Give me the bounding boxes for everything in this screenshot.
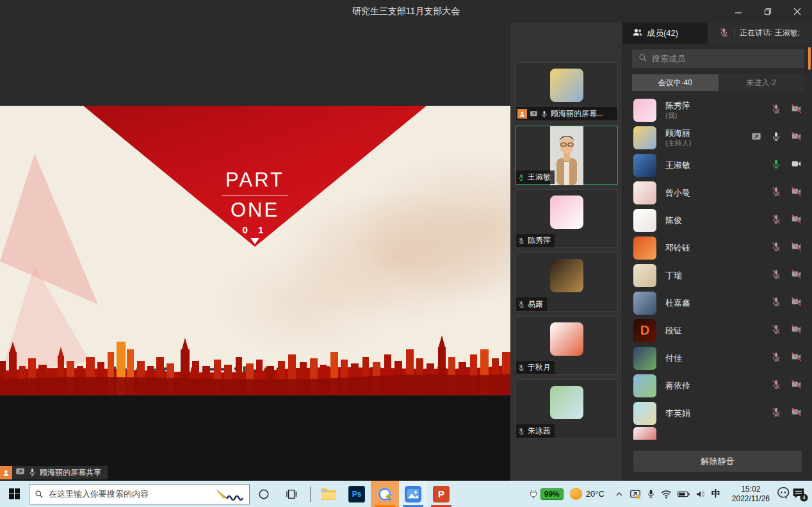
member-camera-status[interactable]	[791, 406, 802, 420]
member-sharing-icon	[751, 131, 761, 144]
tray-chevron-up-icon[interactable]	[615, 490, 624, 499]
taskbar-clock[interactable]: 15:02 2022/11/26	[732, 485, 770, 504]
tray-screencast-icon[interactable]	[629, 489, 641, 499]
tray-battery-icon[interactable]	[678, 490, 690, 498]
presentation-slide: PART ONE 0 1 讨论吸收王淑敏同志为预备党员	[0, 106, 510, 395]
member-camera-status[interactable]	[791, 379, 802, 392]
member-avatar	[633, 126, 656, 149]
tab-not-joined[interactable]: 未进入·2	[719, 74, 805, 91]
video-tile-6[interactable]: 朱泳茜	[516, 379, 618, 438]
member-camera-status[interactable]	[791, 103, 802, 117]
speaking-label: 正在讲话: 王淑敏;	[740, 28, 800, 38]
member-row-2[interactable]: 顾海丽(主持人)	[623, 124, 812, 151]
tray-speaker-icon[interactable]	[695, 490, 706, 499]
mic-green-icon	[771, 159, 781, 169]
member-row-1[interactable]: 陈秀萍(我)	[623, 96, 812, 124]
member-camera-status[interactable]	[791, 269, 802, 282]
video-tile-1[interactable]: 顾海丽的屏幕...	[516, 62, 618, 121]
member-row-9[interactable]: D段钲	[623, 317, 812, 344]
tray-chat-icon[interactable]	[776, 486, 790, 502]
member-row-6[interactable]: 邓铃钰	[623, 234, 812, 262]
member-row-10[interactable]: 付佳	[623, 344, 812, 372]
member-role: (主持人)	[665, 138, 691, 147]
member-name: 王淑敏	[665, 160, 690, 170]
presenter-badge-icon	[517, 109, 527, 119]
member-camera-status[interactable]	[791, 351, 802, 365]
member-row-11[interactable]: 蒋依伶	[623, 372, 812, 399]
panel-scrollbar[interactable]	[808, 47, 811, 70]
member-camera-status[interactable]	[791, 131, 802, 144]
member-row-8[interactable]: 杜嘉鑫	[623, 289, 812, 317]
member-search-input[interactable]: 搜索成员	[632, 49, 804, 68]
mic-on-icon	[771, 131, 781, 142]
member-mic-status[interactable]	[771, 214, 781, 227]
photos-app-button[interactable]	[399, 481, 427, 507]
member-row-3[interactable]: 王淑敏	[623, 151, 812, 179]
member-mic-status[interactable]	[771, 159, 781, 172]
search-icon	[638, 53, 647, 62]
member-mic-status[interactable]	[771, 187, 781, 199]
member-name: 丁瑞	[665, 270, 682, 281]
member-row-12[interactable]: 李英娟	[623, 399, 812, 427]
mic-muted-icon	[771, 187, 781, 197]
member-mic-status[interactable]	[771, 104, 781, 117]
photoshop-button[interactable]: Ps	[343, 481, 371, 507]
tile-participant-name: 易露	[528, 299, 543, 310]
taskbar-search-input[interactable]: 在这里输入你要搜索的内容	[29, 484, 250, 504]
member-name: 李英娟	[665, 408, 690, 419]
video-tile-5[interactable]: 于秋月	[516, 316, 618, 375]
start-button[interactable]	[0, 481, 29, 507]
tray-wifi-icon[interactable]	[661, 490, 672, 499]
member-name: 曾小曼	[665, 188, 690, 198]
member-mic-status[interactable]	[771, 352, 781, 365]
ime-indicator[interactable]: 中	[711, 488, 720, 500]
member-mic-status[interactable]	[771, 407, 781, 420]
photoshop-icon: Ps	[348, 486, 365, 503]
video-tile-3[interactable]: 陈秀萍	[516, 189, 618, 248]
member-row-7[interactable]: 丁瑞	[623, 262, 812, 289]
member-avatar	[633, 181, 656, 204]
participant-video	[550, 126, 583, 185]
members-panel-header: 成员(42) 正在讲话: 王淑敏;	[623, 22, 812, 44]
restore-button[interactable]	[753, 0, 783, 22]
minimize-icon	[735, 8, 742, 15]
search-placeholder: 搜索成员	[652, 53, 685, 65]
members-tab[interactable]: 成员(42)	[623, 22, 708, 44]
member-camera-status[interactable]	[791, 296, 802, 310]
tile-participant-name: 于秋月	[528, 362, 551, 373]
minimize-button[interactable]	[724, 0, 753, 22]
member-avatar	[633, 209, 656, 232]
close-button[interactable]	[783, 0, 812, 22]
member-camera-status[interactable]	[791, 186, 802, 199]
member-avatar	[633, 374, 656, 397]
member-mic-status[interactable]	[771, 242, 781, 254]
action-center-button[interactable]: 4	[792, 486, 806, 502]
member-camera-status[interactable]	[791, 324, 802, 337]
member-camera-status[interactable]	[791, 158, 802, 172]
tray-mic-icon[interactable]	[647, 488, 655, 499]
video-tile-2[interactable]: 王淑敏	[516, 126, 618, 185]
mic-muted-icon	[771, 352, 781, 362]
member-camera-status[interactable]	[791, 241, 802, 254]
member-row-4[interactable]: 曾小曼	[623, 179, 812, 206]
participant-avatar	[550, 322, 583, 356]
member-mic-status[interactable]	[771, 379, 781, 392]
video-tile-4[interactable]: 易露	[516, 253, 618, 312]
member-mic-status[interactable]	[771, 297, 781, 310]
task-view-button[interactable]	[278, 481, 306, 507]
window-title: 研究生三支部11月支部大会	[0, 6, 812, 17]
unmute-button[interactable]: 解除静音	[633, 451, 802, 472]
battery-widget[interactable]: 99%	[528, 488, 564, 500]
powerpoint-button[interactable]: P	[427, 481, 455, 507]
cortana-button[interactable]	[250, 481, 278, 507]
weather-widget[interactable]: 20°C	[570, 488, 605, 500]
tab-in-meeting[interactable]: 会议中·40	[632, 74, 719, 91]
member-camera-status[interactable]	[791, 213, 802, 227]
member-mic-status[interactable]	[771, 269, 781, 282]
member-mic-status[interactable]	[771, 131, 781, 144]
file-explorer-button[interactable]	[314, 481, 343, 507]
member-mic-status[interactable]	[771, 324, 781, 337]
member-row-5[interactable]: 陈俊	[623, 206, 812, 234]
search-icon	[35, 490, 44, 499]
meeting-app-button[interactable]	[371, 481, 399, 507]
